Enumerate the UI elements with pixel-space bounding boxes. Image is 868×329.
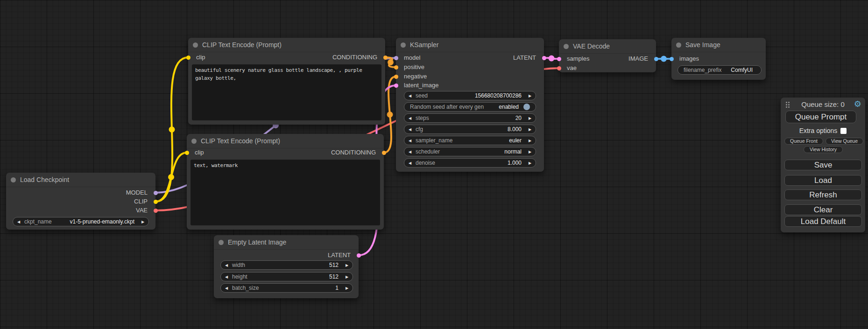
steps-widget[interactable]: ◀ steps 20 ▶ xyxy=(404,113,536,123)
decrement-arrow-icon[interactable]: ◀ xyxy=(404,127,416,132)
cfg-widget[interactable]: ◀ cfg 8.000 ▶ xyxy=(404,125,536,134)
node-title: CLIP Text Encode (Prompt) xyxy=(202,41,282,49)
increment-arrow-icon[interactable]: ▶ xyxy=(524,116,536,120)
widget-value: 1 xyxy=(259,285,341,291)
node-title-bar[interactable]: VAE Decode xyxy=(559,39,656,54)
positive-input-dot[interactable] xyxy=(394,65,398,70)
negative-input-dot[interactable] xyxy=(394,75,398,79)
view-queue-button[interactable]: View Queue xyxy=(826,138,863,145)
increment-arrow-icon[interactable]: ▶ xyxy=(137,220,148,224)
vae-input-dot[interactable] xyxy=(557,66,561,70)
decrement-arrow-icon[interactable]: ◀ xyxy=(404,161,416,165)
decrement-arrow-icon[interactable]: ◀ xyxy=(221,286,232,290)
slot-label: LATENT xyxy=(513,54,536,61)
ckpt-name-widget[interactable]: ◀ ckpt_name v1-5-pruned-emaonly.ckpt ▶ xyxy=(13,217,149,226)
increment-arrow-icon[interactable]: ▶ xyxy=(524,150,536,154)
conditioning-output-dot[interactable] xyxy=(383,56,388,60)
widget-label: height xyxy=(232,273,247,280)
increment-arrow-icon[interactable]: ▶ xyxy=(341,286,353,290)
decrement-arrow-icon[interactable]: ◀ xyxy=(221,263,232,267)
sampler-name-widget[interactable]: ◀ sampler_name euler ▶ xyxy=(404,136,536,145)
node-title: KSampler xyxy=(410,41,438,49)
width-widget[interactable]: ◀ width 512 ▶ xyxy=(220,260,353,270)
scheduler-widget[interactable]: ◀ scheduler normal ▶ xyxy=(404,147,536,156)
node-clip-text-encode-positive[interactable]: CLIP Text Encode (Prompt) clip CONDITION… xyxy=(188,38,385,125)
collapse-dot-icon[interactable] xyxy=(191,139,197,144)
model-output-dot[interactable] xyxy=(154,191,158,195)
random-seed-widget[interactable]: Random seed after every gen enabled xyxy=(404,102,536,112)
decrement-arrow-icon[interactable]: ◀ xyxy=(404,150,416,154)
image-output-dot[interactable] xyxy=(654,57,658,61)
node-title: CLIP Text Encode (Prompt) xyxy=(201,137,280,145)
load-default-button[interactable]: Load Default xyxy=(784,216,862,227)
widget-label: scheduler xyxy=(416,148,440,155)
node-save-image[interactable]: Save Image images filename_prefix ComfyU… xyxy=(671,38,766,80)
extra-options-checkbox[interactable] xyxy=(840,128,847,134)
latent-image-input-dot[interactable] xyxy=(394,84,398,88)
increment-arrow-icon[interactable]: ▶ xyxy=(524,127,536,132)
negative-prompt-textarea[interactable]: text, watermark xyxy=(191,160,380,225)
decrement-arrow-icon[interactable]: ◀ xyxy=(221,275,232,279)
output-slot-conditioning: CONDITIONING xyxy=(188,53,385,62)
random-seed-toggle[interactable] xyxy=(523,104,530,110)
increment-arrow-icon[interactable]: ▶ xyxy=(524,139,536,143)
latent-output-dot[interactable] xyxy=(357,253,361,258)
node-load-checkpoint[interactable]: Load Checkpoint MODEL CLIP VAE ◀ ckpt_na… xyxy=(6,173,155,230)
increment-arrow-icon[interactable]: ▶ xyxy=(341,275,353,279)
input-slot-positive: positive xyxy=(396,63,544,72)
node-ksampler[interactable]: KSampler model LATENT positive negative … xyxy=(396,38,544,172)
widget-value: v1-5-pruned-emaonly.ckpt xyxy=(52,218,137,225)
filename-prefix-widget[interactable]: filename_prefix ComfyUI xyxy=(677,65,762,75)
denoise-widget[interactable]: ◀ denoise 1.000 ▶ xyxy=(404,158,536,168)
node-empty-latent-image[interactable]: Empty Latent Image LATENT ◀ width 512 ▶ … xyxy=(214,235,359,298)
save-button[interactable]: Save xyxy=(784,160,862,170)
view-history-button[interactable]: View History xyxy=(804,146,843,153)
queue-front-button[interactable]: Queue Front xyxy=(784,138,823,145)
increment-arrow-icon[interactable]: ▶ xyxy=(524,161,536,165)
vae-output-dot[interactable] xyxy=(154,209,158,213)
node-title-bar[interactable]: CLIP Text Encode (Prompt) xyxy=(188,38,385,52)
increment-arrow-icon[interactable]: ▶ xyxy=(341,263,353,267)
output-slot-latent: LATENT xyxy=(214,251,359,260)
node-graph-canvas[interactable]: Load Checkpoint MODEL CLIP VAE ◀ ckpt_na… xyxy=(0,0,868,329)
input-slot-latent-image: latent_image xyxy=(396,81,544,90)
collapse-dot-icon[interactable] xyxy=(401,42,406,48)
gear-icon[interactable]: ⚙ xyxy=(854,99,861,109)
node-vae-decode[interactable]: VAE Decode samples IMAGE vae xyxy=(559,39,656,72)
decrement-arrow-icon[interactable]: ◀ xyxy=(13,220,24,224)
node-title-bar[interactable]: Save Image xyxy=(671,38,766,52)
node-title-bar[interactable]: KSampler xyxy=(396,38,544,52)
collapse-dot-icon[interactable] xyxy=(564,44,569,49)
increment-arrow-icon[interactable]: ▶ xyxy=(524,94,536,98)
output-slot-vae: VAE xyxy=(6,206,155,215)
conditioning-output-dot[interactable] xyxy=(382,151,386,155)
batch-size-widget[interactable]: ◀ batch_size 1 ▶ xyxy=(220,283,353,293)
load-button[interactable]: Load xyxy=(784,175,862,186)
widget-value: 20 xyxy=(429,115,524,121)
clear-button[interactable]: Clear xyxy=(784,204,862,215)
slot-label: CLIP xyxy=(134,198,148,205)
node-title-bar[interactable]: Load Checkpoint xyxy=(6,173,155,187)
seed-widget[interactable]: ◀ seed 156680208700286 ▶ xyxy=(404,91,536,100)
images-input-dot[interactable] xyxy=(670,57,674,61)
height-widget[interactable]: ◀ height 512 ▶ xyxy=(220,272,353,281)
refresh-button[interactable]: Refresh xyxy=(784,189,862,200)
node-title-bar[interactable]: CLIP Text Encode (Prompt) xyxy=(187,134,384,148)
slot-label: negative xyxy=(404,73,427,80)
widget-value: 8.000 xyxy=(423,126,524,133)
node-clip-text-encode-negative[interactable]: CLIP Text Encode (Prompt) clip CONDITION… xyxy=(187,134,384,230)
decrement-arrow-icon[interactable]: ◀ xyxy=(404,116,416,120)
collapse-dot-icon[interactable] xyxy=(193,42,198,48)
output-slot-latent: LATENT xyxy=(396,53,544,63)
latent-output-dot[interactable] xyxy=(542,56,546,60)
widget-label: width xyxy=(232,262,245,268)
node-title-bar[interactable]: Empty Latent Image xyxy=(214,235,359,250)
collapse-dot-icon[interactable] xyxy=(676,42,681,48)
collapse-dot-icon[interactable] xyxy=(11,177,16,182)
positive-prompt-textarea[interactable]: beautiful scenery nature glass bottle la… xyxy=(192,64,381,120)
queue-prompt-button[interactable]: Queue Prompt xyxy=(785,111,856,123)
decrement-arrow-icon[interactable]: ◀ xyxy=(404,94,416,98)
clip-output-dot[interactable] xyxy=(154,200,158,204)
collapse-dot-icon[interactable] xyxy=(219,240,224,245)
decrement-arrow-icon[interactable]: ◀ xyxy=(404,139,416,143)
